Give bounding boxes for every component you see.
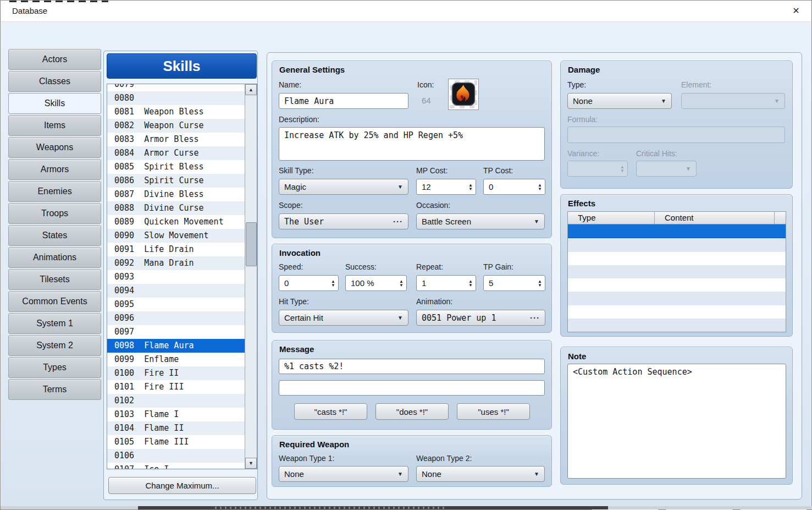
skills-panel-header: Skills	[107, 53, 257, 79]
skill-list-item[interactable]: 0098 Flame Aura	[107, 339, 246, 353]
success-spinner[interactable]: 100 % ▲▼	[345, 275, 407, 291]
skill-list-item[interactable]: 0092 Mana Drain	[107, 256, 246, 270]
tp-gain-spinner[interactable]: 5 ▲▼	[483, 275, 545, 291]
title-bar[interactable]: Database ✕	[1, 1, 811, 22]
scroll-up-icon[interactable]: ▲	[245, 84, 257, 95]
note-textarea[interactable]: <Custom Action Sequence>	[567, 364, 786, 479]
flame-icon	[451, 82, 476, 106]
description-textarea[interactable]: Increase ATK by 25% and HP Regen +5%	[279, 127, 545, 161]
damage-type-dropdown[interactable]: None▼	[567, 93, 672, 109]
tab-states[interactable]: States	[8, 225, 101, 246]
effects-empty-row[interactable]	[568, 292, 786, 305]
skill-list-item[interactable]: 0090 Slow Movement	[107, 229, 246, 243]
skill-list-item[interactable]: 0096	[107, 311, 246, 325]
effects-rows	[568, 224, 786, 332]
effects-selected-row[interactable]	[568, 224, 786, 238]
skill-list-item[interactable]: 0095	[107, 298, 246, 311]
skill-type-dropdown[interactable]: Magic▼	[279, 179, 408, 195]
skill-list-item[interactable]: 0102	[107, 394, 246, 408]
skill-list-item[interactable]: 0087 Divine Bless	[107, 188, 246, 201]
speed-value: 0	[284, 278, 289, 288]
effects-empty-row[interactable]	[568, 305, 786, 319]
tab-weapons[interactable]: Weapons	[8, 137, 101, 158]
skill-list-item[interactable]: 0084 Armor Curse	[107, 146, 246, 160]
tp-cost-spinner[interactable]: 0 ▲▼	[483, 179, 545, 195]
icon-picker-button[interactable]	[448, 79, 479, 110]
message-line1-input[interactable]: %1 casts %2!	[279, 359, 545, 374]
skill-list-item[interactable]: 0086 Spirit Curse	[107, 174, 246, 188]
effects-table[interactable]: Type Content	[567, 211, 786, 332]
skill-list-item[interactable]: 0085 Spirit Bless	[107, 160, 246, 174]
close-icon[interactable]: ✕	[786, 1, 807, 21]
tab-system-1[interactable]: System 1	[8, 313, 101, 334]
effects-empty-row[interactable]	[568, 238, 786, 251]
skill-list-item[interactable]: 0107 Ice I	[107, 463, 246, 469]
invocation-title: Invocation	[279, 248, 321, 257]
skill-list-item[interactable]: 0103 Flame I	[107, 408, 246, 421]
tab-terms[interactable]: Terms	[8, 379, 101, 400]
hit-type-dropdown[interactable]: Certain Hit▼	[279, 310, 408, 326]
skill-list-item[interactable]: 0100 Fire II	[107, 366, 246, 380]
skill-list-item[interactable]: 0099 Enflame	[107, 353, 246, 366]
skill-list-item[interactable]: 0106	[107, 449, 246, 463]
mp-cost-spinner[interactable]: 12 ▲▼	[416, 179, 476, 195]
skill-list[interactable]: 007900800081 Weapon Bless0082 Weapon Cur…	[107, 84, 257, 469]
spinner-arrows-icon[interactable]: ▲▼	[468, 279, 473, 287]
skill-list-item[interactable]: 0089 Quicken Movement	[107, 215, 246, 229]
tab-animations[interactable]: Animations	[8, 247, 101, 268]
effects-column-type[interactable]: Type	[568, 212, 655, 224]
spinner-arrows-icon[interactable]: ▲▼	[468, 183, 473, 191]
spinner-arrows-icon[interactable]: ▲▼	[538, 279, 542, 287]
skill-list-item[interactable]: 0091 Life Drain	[107, 243, 246, 256]
tab-tilesets[interactable]: Tilesets	[8, 269, 101, 290]
tab-common-events[interactable]: Common Events	[8, 291, 101, 312]
effects-column-content[interactable]: Content	[655, 212, 775, 224]
tab-skills[interactable]: Skills	[8, 93, 101, 114]
tab-system-2[interactable]: System 2	[8, 335, 101, 356]
repeat-spinner[interactable]: 1 ▲▼	[416, 275, 476, 291]
tab-armors[interactable]: Armors	[8, 159, 101, 180]
weapon-type1-dropdown[interactable]: None▼	[279, 466, 408, 482]
occasion-dropdown[interactable]: Battle Screen▼	[416, 213, 545, 229]
skill-list-item[interactable]: 0101 Fire III	[107, 380, 246, 394]
skill-list-item[interactable]: 0094	[107, 284, 246, 298]
change-maximum-button[interactable]: Change Maximum...	[108, 477, 256, 494]
skill-list-item[interactable]: 0079	[107, 84, 246, 91]
spinner-arrows-icon[interactable]: ▲▼	[331, 279, 335, 287]
scrollbar-thumb[interactable]	[246, 222, 257, 266]
skill-list-item[interactable]: 0097	[107, 325, 246, 339]
effects-empty-row[interactable]	[568, 252, 786, 265]
tab-classes[interactable]: Classes	[8, 71, 101, 92]
preset-casts-button[interactable]: "casts *!"	[294, 403, 367, 420]
skill-list-item[interactable]: 0088 Divine Curse	[107, 201, 246, 215]
speed-spinner[interactable]: 0 ▲▼	[279, 275, 339, 291]
tab-troops[interactable]: Troops	[8, 203, 101, 224]
spinner-arrows-icon[interactable]: ▲▼	[538, 183, 542, 191]
skill-list-item[interactable]: 0105 Flame III	[107, 435, 246, 449]
name-input[interactable]: Flame Aura	[279, 93, 408, 109]
tab-actors[interactable]: Actors	[8, 49, 101, 70]
skill-list-scrollbar[interactable]: ▲ ▼	[245, 84, 257, 469]
tab-items[interactable]: Items	[8, 115, 101, 136]
preset-does-button[interactable]: "does *!"	[375, 403, 449, 420]
skill-list-item[interactable]: 0083 Armor Bless	[107, 133, 246, 146]
tp-cost-label: TP Cost:	[483, 166, 513, 175]
tab-types[interactable]: Types	[8, 357, 101, 378]
scroll-down-icon[interactable]: ▼	[245, 458, 257, 469]
animation-button[interactable]: 0051 Power up 1···	[416, 310, 545, 326]
message-line2-input[interactable]	[279, 380, 545, 396]
effects-empty-row[interactable]	[568, 265, 786, 278]
skill-list-item[interactable]: 0104 Flame II	[107, 421, 246, 435]
damage-title: Damage	[568, 65, 600, 74]
weapon-type2-dropdown[interactable]: None▼	[416, 466, 545, 482]
effects-empty-row[interactable]	[568, 319, 786, 332]
tab-enemies[interactable]: Enemies	[8, 181, 101, 202]
skill-list-item[interactable]: 0093	[107, 270, 246, 284]
skill-list-item[interactable]: 0081 Weapon Bless	[107, 105, 246, 119]
skill-list-item[interactable]: 0082 Weapon Curse	[107, 119, 246, 133]
preset-uses-button[interactable]: "uses *!"	[457, 403, 530, 420]
skill-list-item[interactable]: 0080	[107, 91, 246, 105]
scope-button[interactable]: The User···	[279, 213, 408, 229]
effects-empty-row[interactable]	[568, 278, 786, 292]
spinner-arrows-icon[interactable]: ▲▼	[399, 279, 404, 287]
